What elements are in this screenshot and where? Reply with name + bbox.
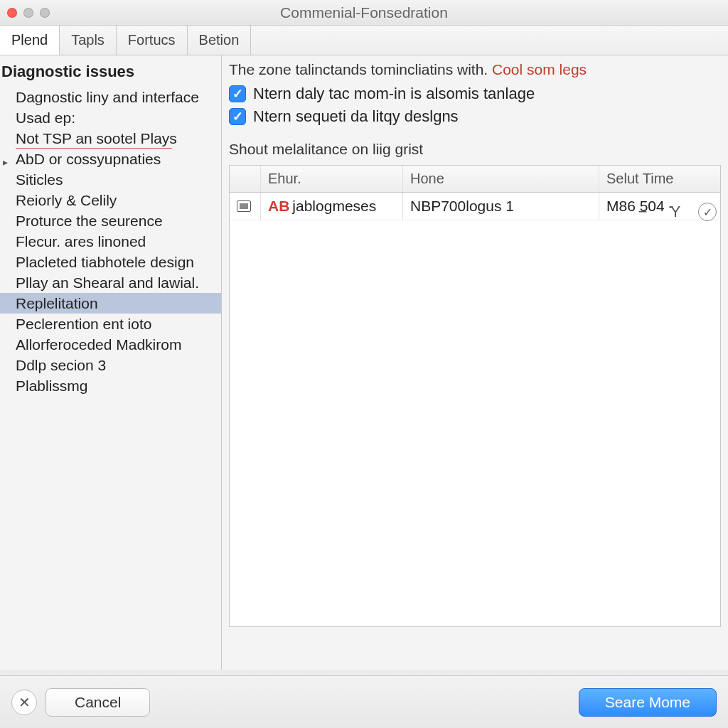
sidebar-item[interactable]: Usad ep: bbox=[0, 107, 221, 128]
cancel-button[interactable]: Cancel bbox=[46, 688, 150, 717]
cell-ehur: ABjablogmeses bbox=[261, 193, 403, 220]
sidebar-item-label: Allorferoceded Madkirom bbox=[16, 336, 181, 353]
tab-betion[interactable]: Betion bbox=[188, 26, 252, 55]
row-icon-cell bbox=[230, 193, 261, 220]
checkbox-row: ✓Ntern daly tac mom-in is alsomis tanlag… bbox=[229, 82, 721, 105]
sidebar-item-label: Replelitation bbox=[16, 295, 98, 311]
sidebar-item-label: Ddlp secion 3 bbox=[16, 357, 106, 373]
tab-tapls[interactable]: Tapls bbox=[60, 26, 117, 55]
table-header: Ehur. Hone Selut Time bbox=[230, 166, 720, 193]
sidebar-item[interactable]: Placleted tiabhotele design bbox=[0, 252, 221, 272]
col-ehur[interactable]: Ehur. bbox=[261, 166, 403, 192]
disclosure-icon[interactable]: ▸ bbox=[3, 153, 8, 169]
section-label: Shout melalitance on liig grist bbox=[229, 128, 721, 158]
checkbox[interactable]: ✓ bbox=[229, 108, 246, 125]
device-icon bbox=[237, 200, 251, 212]
sidebar-item[interactable]: ▸AbD or cossyupnaties bbox=[0, 149, 221, 169]
sidebar-item-label: AbD or cossyupnaties bbox=[16, 151, 161, 167]
sidebar-item[interactable]: Dagnostic liny and interface bbox=[0, 87, 221, 107]
close-icon[interactable]: ✕ bbox=[11, 690, 37, 715]
checkbox[interactable]: ✓ bbox=[229, 85, 246, 102]
sidebar-item[interactable]: Ddlp secion 3 bbox=[0, 355, 221, 375]
sidebar-item-label: Flecur. ares linoned bbox=[16, 233, 146, 250]
sidebar-item[interactable]: Siticles bbox=[0, 169, 221, 190]
sidebar: Diagnostic issues Dagnostic liny and int… bbox=[0, 55, 222, 670]
ab-badge: AB bbox=[268, 198, 292, 214]
checkbox-row: ✓Ntern sequeti da litqy deslgns bbox=[229, 105, 721, 128]
tab-fortucs[interactable]: Fortucs bbox=[117, 26, 188, 55]
sidebar-header: Diagnostic issues bbox=[0, 60, 221, 87]
cell-hone: NBP700logus 1 bbox=[403, 193, 599, 220]
sidebar-item[interactable]: Pllay an Shearal and lawial. bbox=[0, 272, 221, 293]
sidebar-item-label: Pllay an Shearal and lawial. bbox=[16, 274, 199, 291]
col-icon bbox=[230, 166, 261, 192]
primary-button[interactable]: Seare Mome bbox=[579, 688, 717, 717]
sidebar-item[interactable]: Replelitation bbox=[0, 293, 221, 314]
sidebar-item-label: Placleted tiabhotele design bbox=[16, 254, 194, 270]
sidebar-item[interactable]: Peclerention ent ioto bbox=[0, 314, 221, 334]
footer: ✕ Cancel Seare Mome bbox=[0, 675, 728, 728]
cell-text: jablogmeses bbox=[292, 198, 376, 214]
tab-bar: Plend Tapls Fortucs Betion bbox=[0, 26, 728, 55]
checkbox-label: Ntern daly tac mom-in is alsomis tanlage bbox=[253, 85, 535, 103]
checkbox-label: Ntern sequeti da litqy deslgns bbox=[253, 107, 459, 126]
col-hone[interactable]: Hone bbox=[403, 166, 599, 192]
col-selut-time[interactable]: Selut Time bbox=[599, 166, 720, 192]
sidebar-item-label: Siticles bbox=[16, 171, 63, 188]
sidebar-item[interactable]: Reiorly & Celily bbox=[0, 190, 221, 210]
table-toolbar: − Y ✓ bbox=[633, 202, 717, 222]
intro-prefix: The zone talinctands tomincliatins with. bbox=[229, 61, 492, 77]
sidebar-item[interactable]: Flecur. ares linoned bbox=[0, 231, 221, 252]
sidebar-item-label: Reiorly & Celily bbox=[16, 192, 117, 208]
titlebar: Commenial-Fonsedration bbox=[0, 0, 728, 26]
table: Ehur. Hone Selut Time ABjablogmesesNBP70… bbox=[229, 165, 721, 627]
sidebar-item[interactable]: Plablissmg bbox=[0, 375, 221, 396]
sidebar-item-label: Dagnostic liny and interface bbox=[16, 89, 199, 105]
sidebar-item-label: Peclerention ent ioto bbox=[16, 316, 151, 332]
sidebar-item[interactable]: Not TSP an sootel Plays bbox=[0, 128, 221, 149]
sidebar-item-label: Not TSP an sootel Plays bbox=[16, 130, 177, 146]
tab-plend[interactable]: Plend bbox=[0, 26, 60, 55]
sidebar-item[interactable]: Proturce the seurence bbox=[0, 210, 221, 231]
window-title: Commenial-Fonsedration bbox=[0, 4, 728, 21]
sidebar-item[interactable]: Allorferoceded Madkirom bbox=[0, 334, 221, 355]
intro-text: The zone talinctands tomincliatins with.… bbox=[229, 61, 721, 82]
minus-button[interactable]: − bbox=[633, 202, 653, 222]
sidebar-item-label: Usad ep: bbox=[16, 109, 75, 126]
sidebar-item-label: Proturce the seurence bbox=[16, 213, 163, 229]
refresh-icon[interactable]: ✓ bbox=[698, 203, 717, 221]
sidebar-item-label: Plablissmg bbox=[16, 378, 88, 394]
main-split: Diagnostic issues Dagnostic liny and int… bbox=[0, 55, 728, 670]
intro-link[interactable]: Cool som legs bbox=[492, 61, 587, 77]
y-button[interactable]: Y bbox=[665, 202, 685, 222]
content-pane: The zone talinctands tomincliatins with.… bbox=[222, 55, 728, 670]
